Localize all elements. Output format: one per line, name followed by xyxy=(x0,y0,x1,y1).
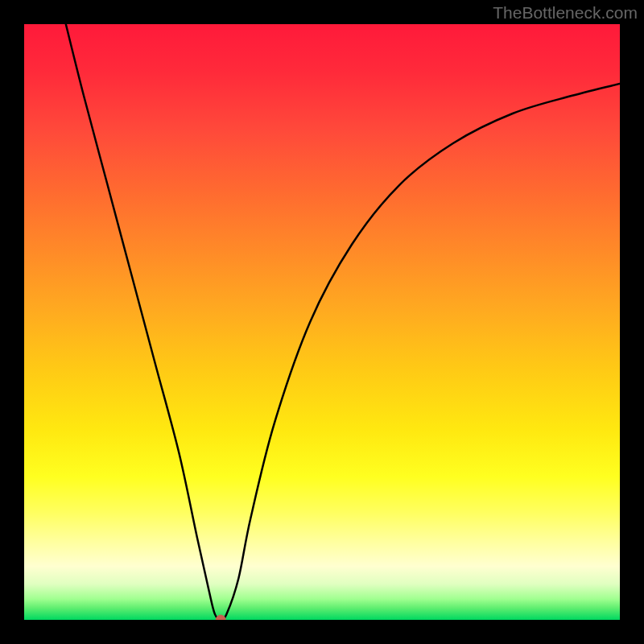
chart-container: TheBottleneck.com xyxy=(0,0,644,644)
watermark-text: TheBottleneck.com xyxy=(493,3,638,23)
optimum-marker xyxy=(216,615,225,620)
curve-svg xyxy=(24,24,620,620)
plot-area xyxy=(24,24,620,620)
bottleneck-curve-path xyxy=(66,24,620,620)
